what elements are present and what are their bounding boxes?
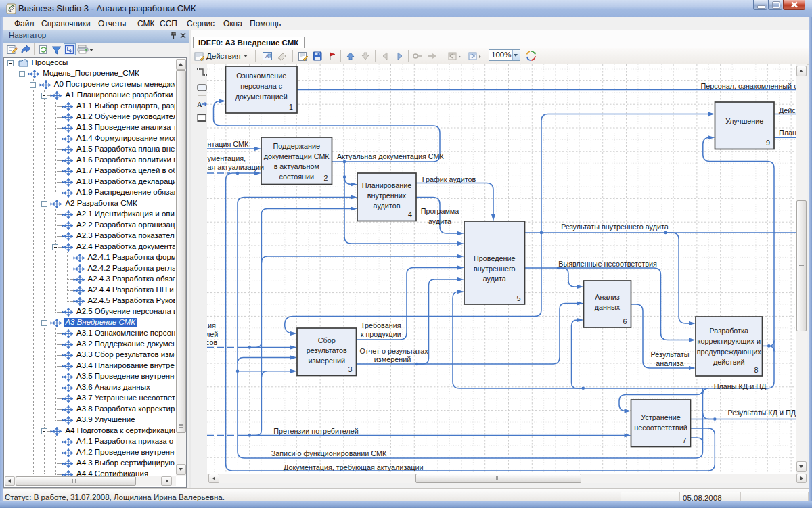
svg-text:Дейс: Дейс <box>779 106 796 114</box>
svg-text:Результаты внутреннего аудита: Результаты внутреннего аудита <box>561 223 669 231</box>
svg-text:предупреждающих: предупреждающих <box>697 348 762 356</box>
svg-text:нтация СМК: нтация СМК <box>208 140 250 148</box>
svg-text:документации СМК: документации СМК <box>264 152 330 160</box>
svg-text:Актуальная документация СМК: Актуальная документация СМК <box>337 152 445 160</box>
svg-text:состоянии: состоянии <box>279 172 314 181</box>
svg-text:данных: данных <box>595 303 621 311</box>
svg-text:измерений: измерений <box>374 355 411 363</box>
svg-text:аудита: аудита <box>483 275 506 283</box>
svg-text:A: A <box>197 100 202 108</box>
svg-text:в актуальном: в актуальном <box>274 162 319 170</box>
svg-text:Анализ: Анализ <box>595 293 619 301</box>
svg-text:действий: действий <box>713 358 744 366</box>
svg-text:8: 8 <box>754 366 758 374</box>
svg-text:Поддержание: Поддержание <box>273 142 320 150</box>
svg-text:внутреннего: внутреннего <box>474 264 516 273</box>
svg-text:результатов: результатов <box>307 346 347 354</box>
svg-text:аудитов: аудитов <box>374 202 401 210</box>
svg-text:ия: ия <box>208 321 216 329</box>
svg-text:Отчет о результатах: Отчет о результатах <box>359 347 428 355</box>
svg-text:корректирующих и: корректирующих и <box>698 337 761 345</box>
svg-text:анализа: анализа <box>656 359 683 367</box>
svg-text:Претензии потребителей: Претензии потребителей <box>273 427 359 435</box>
svg-text:6: 6 <box>623 317 627 325</box>
svg-text:несоответствий: несоответствий <box>634 423 687 432</box>
svg-text:Документация, требующая актуал: Документация, требующая актуализации <box>284 463 424 471</box>
svg-text:Результаты: Результаты <box>651 350 690 359</box>
svg-text:График аудитов: График аудитов <box>422 175 476 183</box>
svg-text:4: 4 <box>408 210 412 218</box>
svg-text:Сбор: Сбор <box>318 336 336 344</box>
svg-text:персонала с: персонала с <box>240 82 283 90</box>
svg-text:документацией: документацией <box>235 93 288 101</box>
svg-text:аудита: аудита <box>428 217 451 225</box>
svg-text:Планирование: Планирование <box>362 181 412 189</box>
svg-text:Улучшение: Улучшение <box>725 117 763 125</box>
svg-text:Планы КД и ПД: Планы КД и ПД <box>714 382 767 390</box>
svg-text:Записи о функционировании СМК: Записи о функционировании СМК <box>271 449 387 457</box>
svg-text:Выявленные несоответствия: Выявленные несоответствия <box>558 260 657 268</box>
svg-text:3: 3 <box>348 365 352 373</box>
svg-text:7: 7 <box>682 436 686 444</box>
svg-text:5: 5 <box>516 294 520 302</box>
svg-text:План: План <box>779 129 796 137</box>
svg-text:2: 2 <box>323 174 328 182</box>
svg-text:ументация,: ументация, <box>208 154 246 162</box>
svg-text:внутренних: внутренних <box>367 191 407 200</box>
svg-text:Проведение: Проведение <box>474 254 515 262</box>
svg-text:ая актуализации: ая актуализации <box>208 163 265 171</box>
svg-text:Результаты КД и ПД: Результаты КД и ПД <box>728 409 796 417</box>
svg-text:измерений: измерений <box>309 356 345 365</box>
svg-text:к продукции: к продукции <box>361 330 401 338</box>
svg-text:Разработка: Разработка <box>709 327 748 335</box>
svg-text:Устранение: Устранение <box>641 413 680 421</box>
svg-text:Ознакомление: Ознакомление <box>236 72 286 80</box>
svg-text:1: 1 <box>289 103 293 111</box>
svg-text:Персонал, ознакомленный с д: Персонал, ознакомленный с д <box>701 82 797 90</box>
svg-text:сов: сов <box>207 338 218 346</box>
svg-text:лей: лей <box>207 330 218 338</box>
svg-text:Требования: Требования <box>361 321 401 329</box>
svg-text:9: 9 <box>766 139 770 147</box>
svg-text:Программа: Программа <box>421 207 459 215</box>
